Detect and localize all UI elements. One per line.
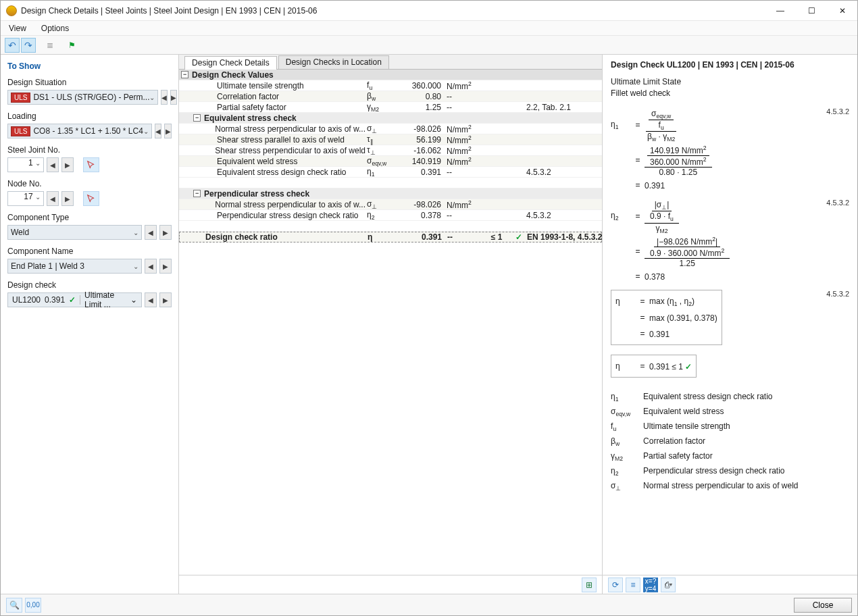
right-btn-2[interactable]: ≡ bbox=[626, 578, 640, 592]
design-check-code: UL1200 bbox=[12, 295, 41, 305]
arrow-right-icon: ↷ bbox=[24, 40, 32, 51]
tree-toggle-icon[interactable]: − bbox=[193, 114, 201, 122]
search-icon: 🔍 bbox=[9, 600, 20, 610]
tree-toggle-icon[interactable]: − bbox=[181, 71, 188, 78]
menu-options[interactable]: Options bbox=[41, 24, 69, 33]
steel-joint-prev[interactable]: ◀ bbox=[47, 157, 59, 172]
check-ok-icon: ✓ bbox=[69, 295, 76, 305]
table-row[interactable]: Normal stress perpendicular to axis of w… bbox=[179, 199, 602, 210]
chevron-down-icon: ⌄ bbox=[133, 229, 138, 236]
right-btn-1[interactable]: ⟳ bbox=[608, 578, 623, 592]
component-type-combo[interactable]: Weld ⌄ bbox=[7, 225, 142, 240]
tab-details[interactable]: Design Check Details bbox=[184, 56, 277, 70]
loading-value: CO8 - 1.35 * LC1 + 1.50 * LC4 bbox=[33, 126, 143, 136]
list-icon: ≣ bbox=[47, 41, 53, 50]
toolbar-detail-button[interactable]: ≣ bbox=[43, 38, 57, 53]
window-maximize-button[interactable]: ☐ bbox=[802, 3, 821, 18]
loading-label: Loading bbox=[7, 111, 172, 121]
eq-ref-2: 4.5.3.2 bbox=[826, 199, 849, 207]
node-label: Node No. bbox=[7, 179, 172, 188]
node-next[interactable]: ▶ bbox=[61, 191, 74, 206]
titlebar: Design Check Details | Steel Joints | St… bbox=[1, 1, 857, 21]
table-row[interactable]: Partial safety factorγM21.25--2.2, Tab. … bbox=[179, 102, 602, 113]
design-check-combo[interactable]: UL1200 0.391 ✓ Ultimate Limit ... ⌄ bbox=[7, 292, 142, 307]
tab-location[interactable]: Design Checks in Location bbox=[278, 55, 389, 69]
chevron-down-icon: ⌄ bbox=[149, 94, 155, 101]
component-name-combo[interactable]: End Plate 1 | Weld 3 ⌄ bbox=[7, 259, 142, 274]
table-row[interactable]: Equivalent weld stressσeqv,w140.919N/mm2 bbox=[179, 156, 602, 167]
glossary: η1Equivalent stress design check ratioσe… bbox=[611, 390, 849, 494]
loading-prev[interactable]: ◀ bbox=[155, 124, 162, 138]
footer-search-button[interactable]: 🔍 bbox=[6, 598, 22, 613]
glossary-row: η2Perpendicular stress design check rati… bbox=[611, 464, 849, 479]
component-type-prev[interactable]: ◀ bbox=[145, 225, 157, 240]
menu-view[interactable]: View bbox=[9, 24, 26, 33]
table-row[interactable]: Design check ratioη0.391--≤ 1✓EN 1993-1-… bbox=[179, 232, 602, 242]
export-excel-button[interactable]: ⊞ bbox=[582, 578, 597, 592]
loading-combo[interactable]: ULS CO8 - 1.35 * LC1 + 1.50 * LC4 ⌄ bbox=[7, 124, 152, 138]
steel-joint-next[interactable]: ▶ bbox=[61, 157, 74, 172]
flag-icon: ⚑ bbox=[68, 41, 76, 50]
right-btn-print[interactable]: ⎙▾ bbox=[661, 578, 676, 592]
right-subtitle: Ultimate Limit State Fillet weld check bbox=[611, 76, 849, 99]
eq-ref-1: 4.5.3.2 bbox=[826, 107, 849, 116]
design-situation-label: Design Situation bbox=[7, 78, 172, 87]
menubar: View Options bbox=[1, 21, 857, 36]
toolbar-forward-button[interactable]: ↷ bbox=[21, 38, 36, 53]
print-icon: ⎙ bbox=[665, 580, 670, 590]
right-btn-formula[interactable]: x=?y=4 bbox=[643, 578, 658, 592]
toolbar-back-button[interactable]: ↶ bbox=[5, 38, 20, 53]
table-row[interactable]: Ultimate tensile strengthfu360.000N/mm2 bbox=[179, 80, 602, 91]
steel-joint-pick[interactable] bbox=[83, 157, 99, 172]
component-name-next[interactable]: ▶ bbox=[159, 259, 172, 274]
eta-result-box: η = max (η1 , η2) = max (0.391, 0.378) =… bbox=[611, 290, 722, 345]
to-show-heading: To Show bbox=[7, 61, 172, 71]
node-prev[interactable]: ◀ bbox=[47, 191, 59, 206]
right-panel: Design Check UL1200 | EN 1993 | CEN | 20… bbox=[603, 55, 857, 594]
excel-icon: ⊞ bbox=[586, 580, 592, 590]
loading-next[interactable]: ▶ bbox=[164, 124, 172, 138]
footer: 🔍 0,00 Close bbox=[1, 594, 857, 615]
table-row[interactable]: Shear stress perpendicular to axis of we… bbox=[179, 145, 602, 156]
eq-ref-3: 4.5.3.2 bbox=[826, 290, 849, 298]
design-check-label: Design check bbox=[7, 280, 172, 290]
table-row[interactable]: Shear stress parallel to axis of weldτ∥5… bbox=[179, 134, 602, 145]
table-row[interactable]: Correlation factorβw0.80-- bbox=[179, 91, 602, 102]
design-check-prev[interactable]: ◀ bbox=[145, 292, 157, 307]
steel-joint-label: Steel Joint No. bbox=[7, 145, 172, 155]
footer-units-button[interactable]: 0,00 bbox=[25, 598, 41, 613]
steel-joint-field[interactable]: 1 ⌄ bbox=[7, 157, 44, 172]
table-row[interactable]: −Perpendicular stress check bbox=[179, 188, 602, 199]
window-minimize-button[interactable]: — bbox=[771, 3, 790, 18]
close-button[interactable]: Close bbox=[794, 598, 852, 613]
design-check-name: Ultimate Limit ... bbox=[84, 290, 126, 309]
window-close-button[interactable]: ✕ bbox=[833, 3, 852, 18]
table-row[interactable]: Equivalent stress design check ratioη10.… bbox=[179, 167, 602, 178]
recycle-icon: ⟳ bbox=[612, 580, 619, 590]
tree-toggle-icon[interactable]: − bbox=[193, 190, 201, 197]
design-situation-combo[interactable]: ULS DS1 - ULS (STR/GEO) - Perm... ⌄ bbox=[7, 90, 158, 105]
component-name-prev[interactable]: ◀ bbox=[145, 259, 157, 274]
app-icon bbox=[6, 5, 17, 16]
design-check-ratio: 0.391 bbox=[45, 295, 65, 305]
node-field[interactable]: 17 ⌄ bbox=[7, 191, 44, 206]
design-situation-prev[interactable]: ◀ bbox=[161, 90, 168, 105]
table-row[interactable]: −Equivalent stress check bbox=[179, 113, 602, 124]
design-check-next[interactable]: ▶ bbox=[159, 292, 172, 307]
values-tree[interactable]: −Design Check ValuesUltimate tensile str… bbox=[179, 70, 602, 575]
design-situation-next[interactable]: ▶ bbox=[170, 90, 177, 105]
glossary-row: η1Equivalent stress design check ratio bbox=[611, 390, 849, 405]
table-row[interactable]: −Design Check Values bbox=[179, 70, 602, 80]
component-type-next[interactable]: ▶ bbox=[159, 225, 172, 240]
toolbar-flag-button[interactable]: ⚑ bbox=[64, 38, 79, 53]
table-row[interactable]: Normal stress perpendicular to axis of w… bbox=[179, 124, 602, 134]
chevron-down-icon: ⌄ bbox=[133, 263, 138, 270]
component-name-label: Component Name bbox=[7, 247, 172, 256]
table-row[interactable]: Perpendicular stress design check ratioη… bbox=[179, 210, 602, 221]
chevron-down-icon: ⌄ bbox=[35, 159, 41, 167]
uls-tag: ULS bbox=[11, 93, 30, 103]
window-title: Design Check Details | Steel Joints | St… bbox=[21, 6, 771, 16]
chevron-down-icon: ⌄ bbox=[130, 295, 137, 305]
node-pick[interactable] bbox=[83, 191, 99, 206]
glossary-row: βwCorrelation factor bbox=[611, 434, 849, 449]
